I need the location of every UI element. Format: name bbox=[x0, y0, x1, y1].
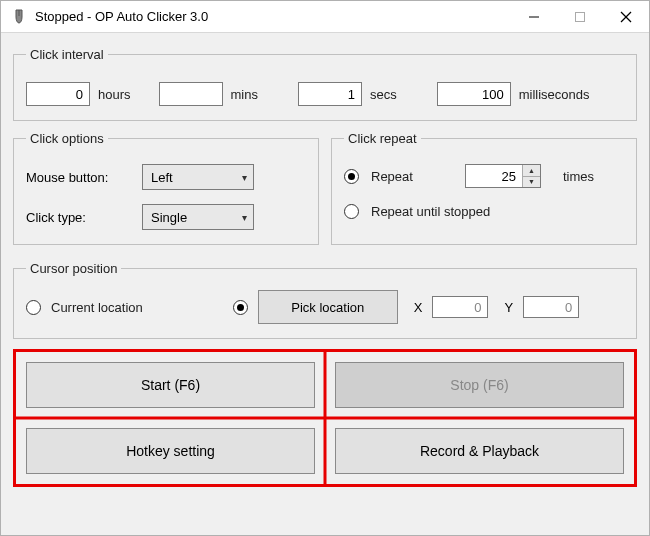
mins-input[interactable] bbox=[159, 82, 223, 106]
repeat-until-radio[interactable] bbox=[344, 204, 359, 219]
repeat-until-label: Repeat until stopped bbox=[371, 204, 490, 219]
window-controls bbox=[511, 1, 649, 33]
mouse-button-select[interactable]: Left ▾ bbox=[142, 164, 254, 190]
x-label: X bbox=[414, 300, 423, 315]
click-options-group: Click options Mouse button: Left ▾ Click… bbox=[13, 131, 319, 245]
click-options-legend: Click options bbox=[26, 131, 108, 146]
times-label: times bbox=[563, 169, 594, 184]
hotkey-setting-button[interactable]: Hotkey setting bbox=[26, 428, 315, 474]
ms-label: milliseconds bbox=[519, 87, 590, 102]
repeat-radio[interactable] bbox=[344, 169, 359, 184]
spinner-down-icon[interactable]: ▼ bbox=[523, 177, 540, 188]
click-interval-group: Click interval hours mins secs milliseco… bbox=[13, 47, 637, 121]
click-type-value: Single bbox=[151, 210, 187, 225]
chevron-down-icon: ▾ bbox=[242, 212, 247, 223]
click-type-select[interactable]: Single ▾ bbox=[142, 204, 254, 230]
pick-location-radio[interactable] bbox=[233, 300, 248, 315]
close-button[interactable] bbox=[603, 1, 649, 33]
footer-button-grid: Start (F6) Stop (F6) Hotkey setting Reco… bbox=[13, 349, 637, 487]
secs-input[interactable] bbox=[298, 82, 362, 106]
repeat-count-spinner[interactable]: ▲ ▼ bbox=[465, 164, 541, 188]
current-location-radio[interactable] bbox=[26, 300, 41, 315]
chevron-down-icon: ▾ bbox=[242, 172, 247, 183]
repeat-count-input[interactable] bbox=[466, 165, 522, 187]
click-type-label: Click type: bbox=[26, 210, 132, 225]
stop-label: Stop (F6) bbox=[450, 377, 508, 393]
spinner-up-icon[interactable]: ▲ bbox=[523, 165, 540, 177]
y-input[interactable] bbox=[523, 296, 579, 318]
click-repeat-legend: Click repeat bbox=[344, 131, 421, 146]
y-label: Y bbox=[504, 300, 513, 315]
record-label: Record & Playback bbox=[420, 443, 539, 459]
record-playback-button[interactable]: Record & Playback bbox=[335, 428, 624, 474]
pick-location-label: Pick location bbox=[291, 300, 364, 315]
x-input[interactable] bbox=[432, 296, 488, 318]
app-icon bbox=[11, 9, 27, 25]
minimize-button[interactable] bbox=[511, 1, 557, 33]
hours-input[interactable] bbox=[26, 82, 90, 106]
maximize-button[interactable] bbox=[557, 1, 603, 33]
titlebar: Stopped - OP Auto Clicker 3.0 bbox=[1, 1, 649, 33]
cursor-position-group: Cursor position Current location Pick lo… bbox=[13, 261, 637, 339]
click-interval-legend: Click interval bbox=[26, 47, 108, 62]
start-button[interactable]: Start (F6) bbox=[26, 362, 315, 408]
pick-location-button[interactable]: Pick location bbox=[258, 290, 398, 324]
secs-label: secs bbox=[370, 87, 397, 102]
mouse-button-label: Mouse button: bbox=[26, 170, 132, 185]
window-title: Stopped - OP Auto Clicker 3.0 bbox=[35, 9, 511, 24]
repeat-label: Repeat bbox=[371, 169, 413, 184]
hours-label: hours bbox=[98, 87, 131, 102]
mouse-button-value: Left bbox=[151, 170, 173, 185]
ms-input[interactable] bbox=[437, 82, 511, 106]
current-location-label: Current location bbox=[51, 300, 143, 315]
hotkey-label: Hotkey setting bbox=[126, 443, 215, 459]
mins-label: mins bbox=[231, 87, 258, 102]
click-repeat-group: Click repeat Repeat ▲ ▼ times bbox=[331, 131, 637, 245]
stop-button[interactable]: Stop (F6) bbox=[335, 362, 624, 408]
app-window: Stopped - OP Auto Clicker 3.0 Click inte… bbox=[0, 0, 650, 536]
cursor-position-legend: Cursor position bbox=[26, 261, 121, 276]
svg-rect-2 bbox=[576, 12, 585, 21]
start-label: Start (F6) bbox=[141, 377, 200, 393]
